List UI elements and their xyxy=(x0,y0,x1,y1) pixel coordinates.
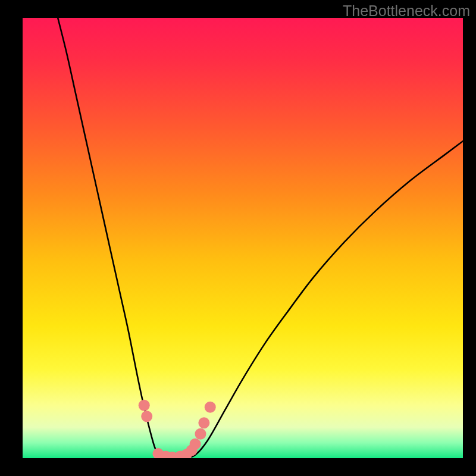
data-marker xyxy=(205,402,216,413)
data-marker xyxy=(190,439,201,450)
gradient-background xyxy=(23,18,463,458)
plot-area xyxy=(23,18,463,458)
data-marker xyxy=(139,400,150,411)
chart-frame: TheBottleneck.com xyxy=(0,0,476,476)
data-marker xyxy=(141,411,152,422)
watermark-text: TheBottleneck.com xyxy=(343,2,470,20)
data-marker xyxy=(195,428,206,440)
plot-svg xyxy=(23,18,463,458)
data-marker xyxy=(198,417,209,428)
